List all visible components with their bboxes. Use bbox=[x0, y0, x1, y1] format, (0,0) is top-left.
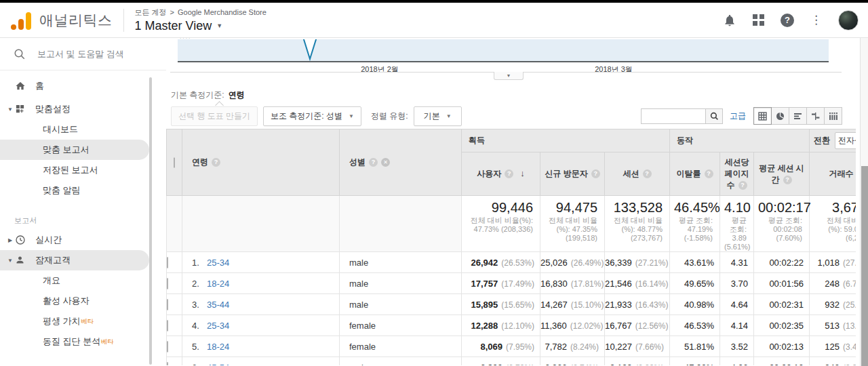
sort-type-dropdown[interactable]: 기본 ▼ bbox=[414, 106, 462, 126]
help-icon[interactable]: ? bbox=[505, 169, 513, 178]
age-link[interactable]: 18-24 bbox=[207, 279, 229, 289]
breadcrumb-account[interactable]: 모든 계정 bbox=[135, 7, 167, 18]
comparison-view-icon[interactable] bbox=[806, 107, 825, 125]
age-link[interactable]: 25-34 bbox=[207, 321, 229, 331]
sidebar-section-reports: 보고서 bbox=[14, 216, 166, 226]
row-checkbox[interactable] bbox=[167, 294, 182, 315]
remove-icon[interactable]: ✕ bbox=[381, 158, 390, 167]
page-scrollbar-thumb[interactable] bbox=[861, 166, 868, 366]
chart-x-label-mar: 2018년 3월 bbox=[595, 64, 633, 75]
sidebar-item-dashboards[interactable]: 대시보드 bbox=[0, 119, 166, 140]
row-checkbox[interactable] bbox=[167, 273, 182, 294]
sidebar-item-audience[interactable]: ▼ 잠재고객 bbox=[0, 250, 149, 270]
table-search-button[interactable] bbox=[705, 108, 723, 124]
row-checkbox[interactable] bbox=[167, 357, 182, 366]
help-icon[interactable]: ? bbox=[369, 158, 378, 167]
gender-value: male bbox=[340, 252, 462, 273]
sidebar-item-custom-alerts[interactable]: 맞춤 알림 bbox=[0, 180, 166, 201]
sidebar-search[interactable] bbox=[0, 38, 166, 70]
column-header-users[interactable]: 사용자?↓ bbox=[462, 152, 540, 196]
conversions-type-dropdown[interactable]: 전자상거 bbox=[835, 132, 856, 149]
sidebar-item-lifetime-value[interactable]: 평생 가치베타 bbox=[0, 311, 166, 331]
table-search-input[interactable] bbox=[641, 108, 705, 124]
chevron-down-icon: ▼ bbox=[349, 113, 354, 119]
help-icon[interactable]: ? bbox=[643, 169, 652, 178]
sidebar-item-overview[interactable]: 개요 bbox=[0, 270, 166, 291]
apps-grid-icon[interactable] bbox=[753, 14, 764, 26]
performance-view-icon[interactable] bbox=[789, 107, 807, 125]
gender-value: male bbox=[340, 273, 462, 294]
table-row: 6.45-54 male 6,900(6.79%) 6,366(6.74%) 9… bbox=[167, 357, 856, 366]
sidebar: 홈 ▼ 맞춤설정 대시보드 맞춤 보고서 저장된 보고서 맞춤 알림 보고서 ▶ bbox=[0, 38, 166, 366]
column-header-transactions[interactable]: 거래수? bbox=[810, 152, 856, 196]
column-header-bounce-rate[interactable]: 이탈률? bbox=[670, 152, 720, 196]
main-content: ···· 2018년 2월 2018년 3월 ▼ 기본 측정기준:연령 선택 행… bbox=[166, 38, 868, 366]
help-icon[interactable]: ? bbox=[212, 158, 220, 167]
table-view-icon[interactable] bbox=[753, 107, 772, 125]
age-link[interactable]: 35-44 bbox=[207, 300, 229, 310]
sidebar-search-input[interactable] bbox=[37, 49, 146, 59]
chevron-down-icon: ▼ bbox=[216, 22, 222, 29]
column-header-gender[interactable]: 성별?✕ bbox=[340, 129, 462, 196]
view-selector[interactable]: 1 Master View ▼ bbox=[135, 19, 267, 33]
checkbox-icon[interactable] bbox=[167, 320, 168, 331]
group-header-conversions: 전환 전자상거 bbox=[810, 129, 856, 152]
column-header-sessions[interactable]: 세션? bbox=[605, 152, 670, 196]
column-header-pages-per-session[interactable]: 세션당 페이지수? bbox=[720, 152, 754, 196]
percentage-view-icon[interactable] bbox=[771, 107, 789, 125]
more-menu-icon[interactable]: ⋮ bbox=[810, 13, 822, 27]
checkbox-icon[interactable] bbox=[167, 278, 168, 289]
checkbox-icon[interactable] bbox=[167, 257, 168, 268]
sort-descending-icon: ↓ bbox=[520, 168, 525, 178]
help-icon[interactable]: ? bbox=[783, 176, 792, 184]
gender-value: female bbox=[340, 336, 462, 357]
plot-rows-button[interactable]: 선택 행 도표 만들기 bbox=[171, 106, 258, 126]
chart-collapse-button[interactable]: ▼ bbox=[494, 72, 524, 80]
page-scrollbar[interactable] bbox=[860, 38, 868, 366]
gender-value: male bbox=[340, 294, 462, 315]
column-header-age[interactable]: 연령? bbox=[182, 129, 340, 196]
help-icon[interactable]: ? bbox=[738, 181, 747, 190]
sidebar-item-active-users[interactable]: 활성 사용자 bbox=[0, 291, 166, 311]
analytics-logo-icon[interactable] bbox=[11, 11, 31, 30]
chart-x-axis bbox=[178, 61, 829, 62]
checkbox-icon[interactable] bbox=[167, 341, 168, 352]
sidebar-item-home[interactable]: 홈 bbox=[0, 76, 166, 96]
breadcrumb-property[interactable]: Google Merchandise Store bbox=[178, 8, 267, 16]
row-checkbox[interactable] bbox=[167, 336, 182, 357]
header-select-all[interactable] bbox=[167, 129, 182, 196]
user-avatar[interactable] bbox=[838, 10, 859, 30]
primary-dimension-value[interactable]: 연령 bbox=[229, 90, 245, 100]
chevron-collapsed-icon[interactable]: ▶ bbox=[6, 237, 14, 243]
report-toolbar: 선택 행 도표 만들기 보조 측정기준: 성별 ▼ 정렬 유형: 기본 ▼ 고급 bbox=[171, 106, 842, 125]
age-link[interactable]: 45-54 bbox=[207, 363, 229, 366]
sidebar-item-realtime[interactable]: ▶ 실시간 bbox=[0, 230, 166, 250]
chevron-expanded-icon[interactable]: ▼ bbox=[6, 106, 14, 113]
sidebar-item-cohort-analysis[interactable]: 동질 집단 분석베타 bbox=[0, 331, 166, 352]
table-row: 4.25-34 female 12,288(12.10%) 11,360(12.… bbox=[167, 315, 856, 336]
sidebar-item-custom-reports[interactable]: 맞춤 보고서 bbox=[0, 140, 149, 160]
secondary-dimension-dropdown[interactable]: 보조 측정기준: 성별 ▼ bbox=[263, 106, 361, 126]
age-link[interactable]: 25-34 bbox=[207, 258, 229, 268]
checkbox-icon[interactable] bbox=[174, 157, 175, 168]
column-header-session-duration[interactable]: 평균 세션 시간? bbox=[754, 152, 810, 196]
column-header-new-users[interactable]: 신규 방문자? bbox=[540, 152, 605, 196]
sidebar-item-saved-reports[interactable]: 저장된 보고서 bbox=[0, 160, 166, 180]
chevron-expanded-icon[interactable]: ▼ bbox=[6, 258, 14, 264]
row-checkbox[interactable] bbox=[167, 315, 182, 336]
help-icon[interactable]: ? bbox=[591, 169, 600, 178]
help-icon[interactable]: ? bbox=[705, 169, 713, 178]
row-checkbox[interactable] bbox=[167, 252, 182, 273]
gender-value: male bbox=[340, 357, 462, 366]
age-link[interactable]: 18-24 bbox=[207, 342, 229, 352]
help-icon[interactable]: ? bbox=[781, 14, 794, 27]
advanced-search-link[interactable]: 고급 bbox=[730, 110, 746, 122]
table-row: 2.18-24 male 17,757(17.49%) 16,830(17.81… bbox=[167, 273, 856, 294]
notifications-bell-icon[interactable] bbox=[723, 14, 736, 27]
checkbox-icon[interactable] bbox=[167, 299, 168, 310]
sidebar-scrollbar[interactable] bbox=[149, 77, 152, 365]
total-session-duration: 00:02:17평균 조회: 00:02:08 (7.60%) bbox=[754, 196, 810, 252]
sidebar-item-customization[interactable]: ▼ 맞춤설정 bbox=[0, 99, 166, 119]
pivot-view-icon[interactable] bbox=[824, 107, 842, 125]
checkbox-icon[interactable] bbox=[167, 362, 168, 366]
